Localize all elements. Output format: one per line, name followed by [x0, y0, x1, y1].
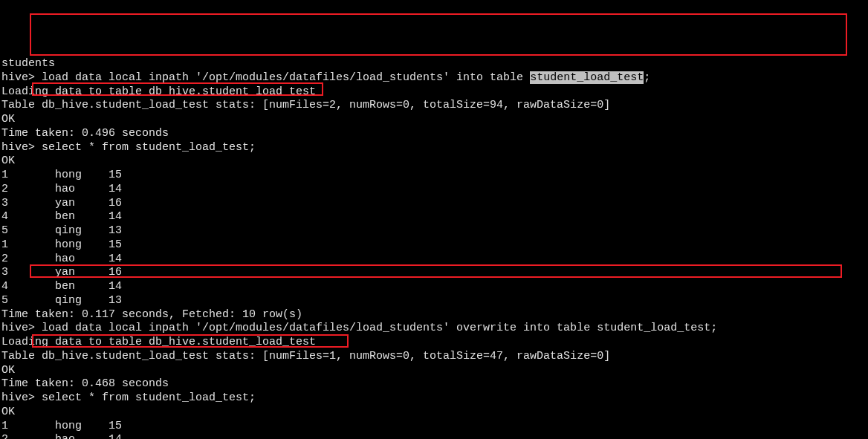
ok-1: OK — [1, 113, 867, 127]
out-loading-1: Loading data to table db_hive.student_lo… — [1, 85, 867, 100]
out-stats-2: Table db_hive.student_load_test stats: [… — [1, 350, 867, 364]
ok-3: OK — [1, 364, 867, 378]
result-row: 2 hao 14 — [1, 183, 867, 197]
hive-load-cmd-2: hive> load data local inpath '/opt/modul… — [1, 322, 867, 336]
result-row: 1 hong 15 — [1, 238, 867, 253]
time-2: Time taken: 0.117 seconds, Fetched: 10 r… — [1, 308, 867, 322]
out-loading-2: Loading data to table db_hive.student_lo… — [1, 336, 867, 350]
time-1: Time taken: 0.496 seconds — [1, 127, 867, 141]
result-row: 5 qing 13 — [1, 294, 867, 308]
hive-select-cmd-1: hive> select * from student_load_test; — [1, 141, 867, 155]
time-3: Time taken: 0.468 seconds — [1, 377, 867, 391]
result-row: 1 hong 15 — [1, 420, 867, 434]
result-row: 3 yan 16 — [1, 197, 867, 211]
selected-text: student_load_test — [530, 71, 644, 84]
result-row: 2 hao 14 — [1, 253, 867, 267]
result-row: 4 ben 14 — [1, 210, 867, 224]
ok-4: OK — [1, 406, 867, 420]
terminal-output: studentshive> load data local inpath '/o… — [1, 57, 867, 439]
out-stats-1: Table db_hive.student_load_test stats: [… — [1, 99, 867, 113]
ok-2: OK — [1, 155, 867, 169]
hive-load-cmd-1: hive> load data local inpath '/opt/modul… — [1, 71, 867, 85]
result-row: 5 qing 13 — [1, 224, 867, 238]
result-row: 2 hao 14 — [1, 433, 867, 439]
highlight-box-1 — [30, 13, 847, 56]
result-row: 4 ben 14 — [1, 280, 867, 294]
result-row: 1 hong 15 — [1, 169, 867, 183]
prev-line: students — [1, 57, 867, 71]
result-row: 3 yan 16 — [1, 266, 867, 280]
hive-select-cmd-2: hive> select * from student_load_test; — [1, 391, 867, 406]
